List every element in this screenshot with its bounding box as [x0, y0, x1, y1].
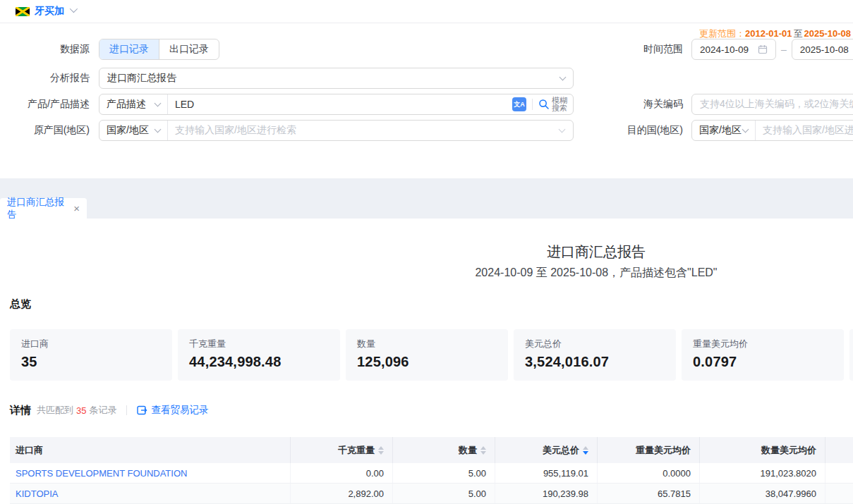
page-title: 进口商汇总报告: [0, 242, 853, 262]
chevron-down-icon: [559, 73, 567, 80]
table-cell: 190,239.98: [495, 484, 598, 503]
importer-link[interactable]: KIDTOPIA: [10, 484, 291, 503]
table-cell: 955,119.01: [495, 463, 598, 483]
chevron-down-icon: [155, 125, 162, 133]
card-value: 125,096: [357, 354, 497, 370]
report-select-label: 分析报告: [0, 72, 90, 85]
overview-card: [849, 329, 853, 381]
table-row: KIDTOPIA2,892.005.00190,239.9865.781538,…: [10, 484, 853, 504]
table-cell: 38,047.9960: [700, 484, 825, 503]
card-value: 44,234,998.48: [189, 354, 329, 370]
match-suffix: 条记录: [89, 404, 116, 417]
hs-code-input[interactable]: 支持4位以上海关编码，或2位海关编码加上: [691, 94, 853, 115]
destination-combo: 国家/地区 支持输入国家/地区进行检索: [691, 120, 853, 141]
card-value: 35: [21, 354, 161, 370]
tab-label: 进口商汇总报告: [7, 196, 66, 221]
card-label: 美元总价: [525, 338, 665, 350]
destination-label: 目的国(地区): [614, 124, 683, 137]
data-source-toggle: 进口记录 出口记录: [99, 39, 219, 60]
chevron-down-icon: [155, 99, 162, 106]
table-header-cell[interactable]: 美元总价: [495, 437, 598, 463]
search-icon: [538, 99, 550, 110]
origin-input[interactable]: 支持输入国家/地区进行检索: [168, 124, 559, 137]
tab-importer-summary-report[interactable]: 进口商汇总报告 ×: [0, 198, 87, 219]
importer-link[interactable]: SPORTS DEVELOPMENT FOUNDATION: [10, 463, 291, 483]
table-header-filler: [825, 437, 853, 463]
update-range-label: 更新范围：: [699, 28, 745, 39]
detail-heading: 详情: [10, 404, 31, 417]
table-header-cell[interactable]: 进口商: [10, 437, 291, 463]
origin-label: 原产国(地区): [0, 124, 90, 137]
product-description-input[interactable]: LED: [168, 99, 512, 110]
column-label: 进口商: [16, 444, 43, 457]
update-range-to: 至: [794, 28, 803, 39]
table-cell: 5.00: [393, 463, 495, 483]
overview-card: 千克重量 44,234,998.48: [178, 329, 340, 381]
column-label: 重量美元均价: [636, 444, 691, 457]
column-label: 美元总价: [543, 444, 579, 457]
product-field-select[interactable]: 产品描述: [99, 94, 168, 114]
origin-field-select[interactable]: 国家/地区: [99, 121, 168, 140]
destination-field-value: 国家/地区: [699, 124, 742, 137]
jamaica-flag-icon: [16, 7, 30, 16]
table-cell: 0.00: [291, 463, 393, 483]
table-cell: 5.00: [393, 484, 495, 503]
view-link-label: 查看贸易记录: [151, 404, 208, 417]
card-value: 0.0797: [693, 354, 833, 370]
tab-import-records[interactable]: 进口记录: [99, 39, 159, 59]
table-header-row: 进口商 千克重量 数量 美元总价 重量美元均价 数量美元均价: [10, 437, 853, 463]
overview-cards: 进口商 35 千克重量 44,234,998.48 数量 125,096 美元总…: [10, 329, 853, 381]
overview-card: 美元总价 3,524,016.07: [514, 329, 676, 381]
sort-carets-icon[interactable]: [583, 446, 588, 455]
divider: [532, 99, 533, 110]
chevron-down-icon: [742, 125, 749, 133]
close-icon[interactable]: ×: [73, 203, 80, 214]
report-content: 进口商汇总报告 2024-10-09 至 2025-10-08，产品描述包含"L…: [0, 219, 853, 504]
start-date-input[interactable]: 2024-10-09: [691, 39, 776, 60]
table-header-cell[interactable]: 数量: [393, 437, 495, 463]
table-row: SPORTS DEVELOPMENT FOUNDATION0.005.00955…: [10, 463, 853, 484]
table-header-cell[interactable]: 千克重量: [291, 437, 393, 463]
report-select-value: 进口商汇总报告: [107, 72, 176, 85]
overview-card: 进口商 35: [10, 329, 172, 381]
country-selector[interactable]: 牙买加: [35, 5, 64, 18]
card-value: 3,524,016.07: [525, 354, 665, 370]
column-label: 数量美元均价: [761, 444, 816, 457]
top-bar: 牙买加: [0, 0, 853, 23]
tab-export-records[interactable]: 出口记录: [159, 39, 219, 59]
tab-band: 进口商汇总报告 ×: [0, 178, 853, 219]
table-cell: 65.7815: [598, 484, 700, 503]
data-source-label: 数据源: [0, 43, 90, 56]
product-combo: 产品描述 LED 文A 模糊搜索: [99, 94, 574, 115]
chevron-down-icon: [70, 5, 78, 13]
product-field-value: 产品描述: [107, 98, 146, 111]
update-range-start: 2012-01-01: [745, 28, 792, 39]
destination-input[interactable]: 支持输入国家/地区进行检索: [756, 124, 853, 137]
view-trade-records-link[interactable]: 查看贸易记录: [137, 404, 208, 417]
table-header-cell[interactable]: 数量美元均价: [700, 437, 825, 463]
card-label: 进口商: [21, 338, 161, 350]
destination-field-select[interactable]: 国家/地区: [692, 121, 756, 140]
importers-table: 进口商 千克重量 数量 美元总价 重量美元均价 数量美元均价 SPORTS DE…: [10, 437, 853, 504]
start-date-value: 2024-10-09: [700, 44, 749, 55]
table-cell: 2,892.00: [291, 484, 393, 503]
origin-combo: 国家/地区 支持输入国家/地区进行检索: [99, 120, 574, 141]
column-label: 千克重量: [338, 444, 375, 457]
card-label: 重量美元均价: [693, 338, 833, 350]
fuzzy-search-button[interactable]: 模糊搜索: [538, 97, 567, 112]
translate-icon[interactable]: 文A: [512, 97, 526, 111]
table-cell: 0.0000: [598, 463, 700, 483]
origin-field-value: 国家/地区: [107, 124, 149, 137]
overview-heading: 总览: [10, 297, 31, 311]
sort-carets-icon[interactable]: [378, 446, 384, 455]
report-select[interactable]: 进口商汇总报告: [99, 68, 574, 89]
table-header-cell[interactable]: 重量美元均价: [598, 437, 700, 463]
sort-carets-icon[interactable]: [480, 446, 486, 455]
fuzzy-search-label: 模糊搜索: [552, 97, 567, 112]
table-cell-filler: [825, 484, 853, 503]
time-range-label: 时间范围: [614, 43, 683, 56]
table-cell-filler: [825, 463, 853, 483]
end-date-input[interactable]: 2025-10-08: [792, 39, 853, 60]
app-screen: 牙买加 更新范围：2012-01-01至2025-10-08 数据源 进口记录 …: [0, 0, 853, 504]
table-body: SPORTS DEVELOPMENT FOUNDATION0.005.00955…: [10, 463, 853, 504]
